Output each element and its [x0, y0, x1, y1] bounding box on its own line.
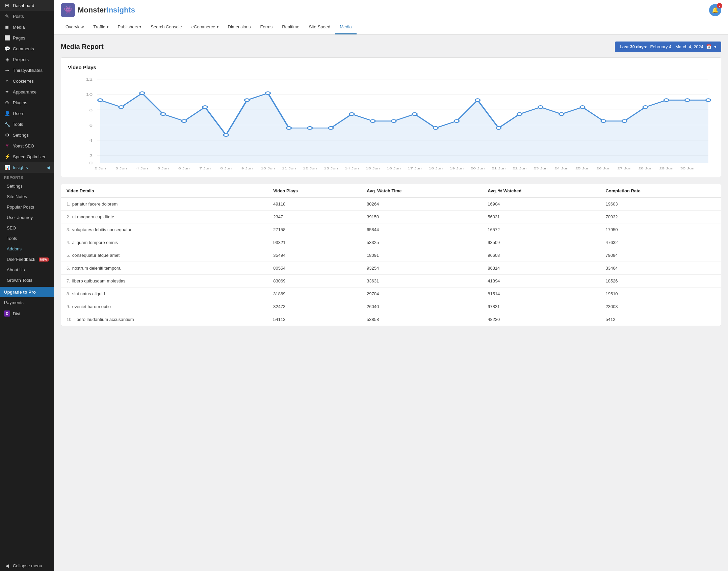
notification-bell[interactable]: 🔔 0 [709, 4, 721, 16]
cell-detail-5: 6. nostrum deleniti tempora [61, 262, 268, 275]
sidebar-item-media[interactable]: ▣ Media [0, 22, 54, 32]
sidebar-item-userjourney[interactable]: User Journey [0, 212, 54, 223]
cell-completion-4: 79084 [600, 249, 721, 262]
svg-point-37 [580, 106, 585, 109]
svg-text:25 Jun: 25 Jun [575, 167, 590, 170]
table-row: 4. aliquam tempore omnis 93321 53325 935… [61, 236, 721, 249]
tab-publishers[interactable]: Publishers ▾ [113, 20, 146, 34]
cell-pctwatched-9: 48230 [482, 313, 600, 326]
sidebar-item-yoastseo[interactable]: Y Yoast SEO [0, 140, 54, 151]
sidebar-item-report-settings[interactable]: Settings [0, 181, 54, 191]
tab-sitespeed[interactable]: Site Speed [304, 20, 335, 34]
sidebar-item-users[interactable]: 👤 Users [0, 108, 54, 119]
cell-pctwatched-2: 16572 [482, 223, 600, 236]
ecommerce-caret-icon: ▾ [217, 25, 218, 29]
traffic-caret-icon: ▾ [107, 25, 108, 29]
sidebar-item-divi[interactable]: D Divi [0, 308, 54, 319]
svg-text:5 Jun: 5 Jun [157, 167, 169, 170]
sidebar-item-report-tools[interactable]: Tools [0, 233, 54, 244]
svg-text:6: 6 [89, 123, 93, 127]
tools-icon: 🔧 [4, 121, 10, 127]
svg-text:2 Jun: 2 Jun [95, 167, 106, 170]
collapse-menu-button[interactable]: ◀ Collapse menu [0, 560, 54, 571]
header: 👾 MonsterInsights 🔔 0 [54, 0, 728, 20]
svg-text:4: 4 [89, 138, 93, 142]
sidebar-item-comments[interactable]: 💬 Comments [0, 43, 54, 54]
svg-text:19 Jun: 19 Jun [450, 167, 464, 170]
sidebar-item-settings[interactable]: ⚙ Settings [0, 130, 54, 140]
sidebar-item-userfeedback[interactable]: UserFeedback NEW [0, 254, 54, 265]
sidebar-item-posts[interactable]: ✎ Posts [0, 11, 54, 22]
svg-text:4 Jun: 4 Jun [136, 167, 148, 170]
cell-plays-8: 32473 [268, 300, 361, 313]
divi-icon: D [4, 310, 10, 317]
table-row: 5. consequatur atque amet 35494 18091 96… [61, 249, 721, 262]
svg-text:15 Jun: 15 Jun [366, 167, 380, 170]
cell-completion-3: 47632 [600, 236, 721, 249]
table-card: Video Details Video Plays Avg. Watch Tim… [61, 184, 721, 326]
svg-text:7 Jun: 7 Jun [199, 167, 211, 170]
tab-searchconsole[interactable]: Search Console [146, 20, 187, 34]
cell-pctwatched-1: 56031 [482, 211, 600, 223]
publishers-caret-icon: ▾ [139, 25, 141, 29]
sidebar-item-projects[interactable]: ◈ Projects [0, 54, 54, 65]
tab-traffic[interactable]: Traffic ▾ [88, 20, 113, 34]
chart-card: Video Plays 12 10 8 6 4 [61, 57, 721, 177]
table-row: 7. libero quibusdam molestias 83069 3363… [61, 275, 721, 288]
svg-point-25 [329, 127, 333, 130]
sidebar-item-payments[interactable]: Payments [0, 297, 54, 308]
svg-point-34 [517, 113, 522, 116]
cell-completion-1: 70932 [600, 211, 721, 223]
table-row: 6. nostrum deleniti tempora 80554 93254 … [61, 262, 721, 275]
svg-point-21 [244, 99, 249, 102]
svg-point-22 [266, 92, 270, 95]
cell-detail-3: 4. aliquam tempore omnis [61, 236, 268, 249]
sidebar-item-thirstyaffiliates[interactable]: ⇝ ThirstyAffiliates [0, 65, 54, 76]
notification-count: 0 [717, 3, 722, 8]
sidebar-reports-section: Reports Settings Site Notes Popular Post… [0, 173, 54, 286]
sidebar-item-seo[interactable]: SEO [0, 223, 54, 233]
sidebar-item-insights[interactable]: 📊 Insights ◀ [0, 162, 54, 173]
sidebar-item-growthtools[interactable]: Growth Tools [0, 275, 54, 286]
video-plays-chart: 12 10 8 6 4 2 0 2 Jun3 Jun4 Jun5 Jun6 Ju… [68, 76, 714, 170]
cell-detail-1: 2. ut magnam cupiditate [61, 211, 268, 223]
posts-icon: ✎ [4, 13, 10, 19]
logo-image: 👾 [61, 3, 75, 17]
sidebar-item-sitenotes[interactable]: Site Notes [0, 191, 54, 202]
sidebar-item-tools[interactable]: 🔧 Tools [0, 119, 54, 130]
table-row: 1. pariatur facere dolorem 49118 80264 1… [61, 198, 721, 211]
svg-point-18 [182, 119, 186, 123]
sidebar-item-aboutus[interactable]: About Us [0, 265, 54, 275]
cell-completion-8: 23008 [600, 300, 721, 313]
svg-text:10: 10 [86, 93, 93, 97]
svg-text:26 Jun: 26 Jun [596, 167, 610, 170]
tab-dimensions[interactable]: Dimensions [223, 20, 256, 34]
tab-realtime[interactable]: Realtime [277, 20, 304, 34]
sidebar-item-cookieyes[interactable]: ○ CookieYes [0, 76, 54, 86]
cell-watchtime-7: 29704 [361, 288, 482, 300]
sidebar-item-popularposts[interactable]: Popular Posts [0, 202, 54, 212]
svg-point-20 [224, 134, 228, 137]
svg-point-43 [706, 99, 711, 102]
svg-point-26 [349, 113, 354, 116]
tab-ecommerce[interactable]: eCommerce ▾ [187, 20, 223, 34]
table-row: 3. voluptates debitis consequatur 27158 … [61, 223, 721, 236]
sidebar-item-plugins[interactable]: ⊕ Plugins [0, 97, 54, 108]
tab-media[interactable]: Media [335, 20, 356, 34]
svg-point-19 [203, 106, 207, 109]
sidebar-item-dashboard[interactable]: ⊞ Dashboard [0, 0, 54, 11]
sidebar-item-addons[interactable]: Addons [0, 244, 54, 254]
svg-point-40 [643, 106, 648, 109]
tab-forms[interactable]: Forms [256, 20, 278, 34]
upgrade-to-pro-button[interactable]: Upgrade to Pro [0, 287, 54, 297]
table-row: 2. ut magnam cupiditate 2347 39150 56031… [61, 211, 721, 223]
sidebar-item-pages[interactable]: ⬜ Pages [0, 32, 54, 43]
sidebar-item-speedoptimizer[interactable]: ⚡ Speed Optimizer [0, 151, 54, 162]
sidebar-item-appearance[interactable]: ✦ Appearance [0, 86, 54, 97]
tab-overview[interactable]: Overview [61, 20, 88, 34]
svg-text:23 Jun: 23 Jun [534, 167, 548, 170]
svg-point-41 [664, 99, 669, 102]
cell-completion-9: 5412 [600, 313, 721, 326]
svg-text:8: 8 [89, 108, 93, 112]
date-range-button[interactable]: Last 30 days: February 4 - March 4, 2024… [615, 42, 721, 52]
